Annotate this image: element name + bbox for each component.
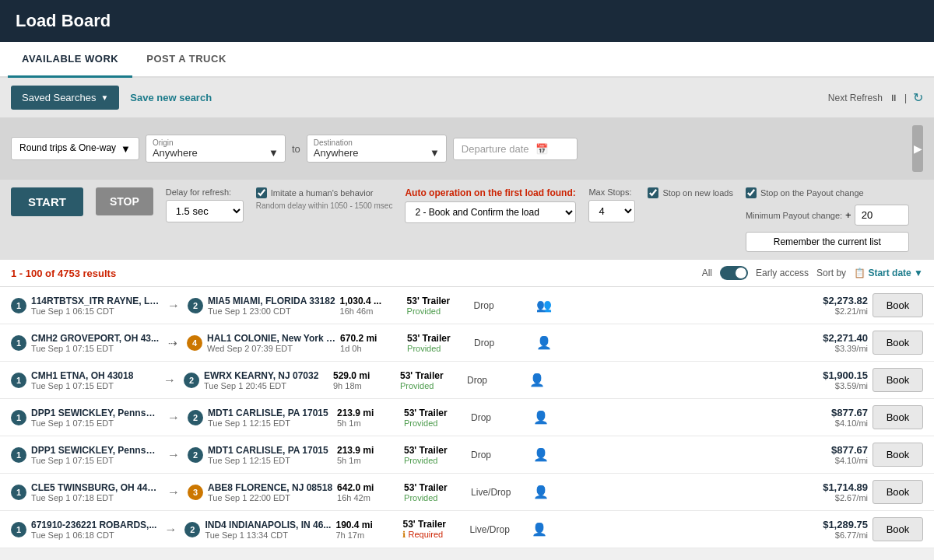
all-label: All bbox=[702, 268, 712, 278]
book-button[interactable]: Book bbox=[873, 293, 923, 317]
book-button[interactable]: Book bbox=[873, 331, 923, 355]
dest-date: Tue Sep 1 22:00 EDT bbox=[208, 493, 332, 502]
miles-value: 642.0 mi bbox=[337, 482, 399, 493]
book-button[interactable]: Book bbox=[873, 368, 923, 392]
early-access-toggle[interactable] bbox=[720, 266, 748, 280]
tab-available-work[interactable]: AVAILABLE WORK bbox=[8, 42, 132, 78]
origin-block: CMH1 ETNA, OH 43018 Tue Sep 1 07:15 EDT bbox=[31, 370, 156, 390]
trailer-type: 53' Trailer bbox=[404, 445, 466, 456]
delay-label: Delay for refresh: bbox=[166, 187, 244, 197]
tab-post-a-truck[interactable]: POST A TRUCK bbox=[132, 42, 241, 78]
stop2-badge: 4 bbox=[187, 335, 202, 351]
price-value: $2,271.40 bbox=[823, 332, 868, 344]
departure-date-field[interactable]: Departure date 📅 bbox=[453, 138, 578, 160]
delay-select[interactable]: 1.5 sec 1.0 sec 2.0 sec bbox=[166, 200, 244, 222]
trip-type-select[interactable]: Round trips & One-way ▼ bbox=[11, 137, 139, 160]
auto-operation-select[interactable]: 2 - Book and Confirm the load 1 - Book t… bbox=[405, 201, 576, 223]
duration-value: 1d 0h bbox=[340, 344, 402, 353]
price-block: $2,271.40 $3.39/mi bbox=[798, 332, 868, 353]
remember-button[interactable]: Remember the current list bbox=[746, 232, 909, 252]
controls-bar: START STOP Delay for refresh: 1.5 sec 1.… bbox=[0, 180, 934, 260]
sort-value[interactable]: 📋 Start date ▼ bbox=[854, 268, 923, 278]
trailer-block: 53' Trailer Provided bbox=[404, 445, 466, 465]
origin-date: Tue Sep 1 07:15 EDT bbox=[31, 418, 160, 428]
trailer-block: 53' Trailer Provided bbox=[407, 296, 469, 316]
save-new-search-link[interactable]: Save new search bbox=[130, 92, 212, 103]
stop1-badge: 1 bbox=[11, 335, 26, 351]
origin-field[interactable]: Origin Anywhere ▼ bbox=[146, 135, 286, 163]
stop-button[interactable]: STOP bbox=[96, 187, 153, 215]
stop-new-loads-checkbox[interactable] bbox=[648, 187, 658, 198]
dest-date: Tue Sep 1 20:45 EDT bbox=[204, 381, 328, 390]
miles-block: 642.0 mi 16h 42m bbox=[337, 482, 399, 502]
stop-payout-checkbox[interactable] bbox=[746, 187, 757, 198]
trailer-type: 53' Trailer bbox=[404, 408, 466, 418]
imitate-checkbox[interactable] bbox=[256, 187, 267, 198]
miles-value: 213.9 mi bbox=[337, 408, 399, 418]
price-value: $877.67 bbox=[831, 444, 868, 456]
team-icon: 👤 bbox=[528, 522, 550, 537]
miles-value: 529.0 mi bbox=[333, 370, 395, 381]
book-button[interactable]: Book bbox=[873, 405, 923, 429]
trailer-status: Provided bbox=[407, 306, 469, 316]
dest-date: Wed Sep 2 07:39 EDT bbox=[207, 344, 335, 353]
destination-arrow-icon: ▼ bbox=[430, 147, 440, 159]
saved-searches-label: Saved Searches bbox=[22, 92, 96, 103]
dest-block: IND4 INDIANAPOLIS, IN 46... Tue Sep 1 13… bbox=[205, 520, 331, 540]
plus-icon: + bbox=[845, 209, 851, 221]
book-button[interactable]: Book bbox=[873, 480, 923, 504]
duration-value: 16h 46m bbox=[340, 306, 402, 316]
stop2-badge: 3 bbox=[188, 485, 203, 500]
dest-block: MDT1 CARLISLE, PA 17015 Tue Sep 1 12:15 … bbox=[208, 408, 332, 428]
dest-name: ABE8 FLORENCE, NJ 08518 bbox=[208, 482, 332, 493]
miles-block: 1,030.4 ... 16h 46m bbox=[340, 296, 402, 316]
trailer-block: 53' Trailer Provided bbox=[400, 370, 462, 390]
price-per-mile: $6.77/mi bbox=[835, 530, 868, 540]
delay-group: Delay for refresh: 1.5 sec 1.0 sec 2.0 s… bbox=[166, 187, 244, 222]
destination-field[interactable]: Destination Anywhere ▼ bbox=[307, 135, 447, 163]
stop1-badge: 1 bbox=[11, 522, 26, 537]
dest-block: MDT1 CARLISLE, PA 17015 Tue Sep 1 12:15 … bbox=[208, 445, 332, 465]
origin-block: CMH2 GROVEPORT, OH 43... Tue Sep 1 07:15… bbox=[31, 333, 159, 353]
origin-date: Tue Sep 1 07:15 EDT bbox=[31, 344, 159, 353]
stop1-badge: 1 bbox=[11, 410, 26, 425]
origin-value: Anywhere bbox=[153, 147, 198, 159]
origin-block: DPP1 SEWICKLEY, Pennsylv... Tue Sep 1 07… bbox=[31, 408, 160, 428]
scroll-handle[interactable]: ▶ bbox=[912, 125, 923, 172]
miles-value: 190.4 mi bbox=[335, 520, 398, 530]
origin-date: Tue Sep 1 07:18 EDT bbox=[31, 493, 160, 502]
duration-value: 7h 17m bbox=[335, 530, 398, 540]
dest-block: MIA5 MIAMI, FLORIDA 33182 Tue Sep 1 23:0… bbox=[208, 296, 335, 316]
price-per-mile: $2.21/mi bbox=[835, 306, 868, 316]
stop-new-loads-label: Stop on new loads bbox=[662, 188, 733, 198]
dest-name: MDT1 CARLISLE, PA 17015 bbox=[208, 408, 332, 418]
trailer-type: 53' Trailer bbox=[404, 482, 466, 493]
book-button[interactable]: Book bbox=[873, 443, 923, 467]
origin-block: 671910-236221 ROBARDS,... Tue Sep 1 06:1… bbox=[31, 520, 156, 540]
saved-searches-button[interactable]: Saved Searches ▼ bbox=[11, 86, 119, 110]
dest-date: Tue Sep 1 12:15 EDT bbox=[208, 418, 332, 428]
departure-placeholder: Departure date bbox=[462, 143, 529, 155]
pause-icon[interactable]: ⏸ bbox=[889, 93, 898, 103]
miles-block: 213.9 mi 5h 1m bbox=[337, 408, 399, 428]
duration-value: 5h 1m bbox=[337, 418, 399, 428]
start-button[interactable]: START bbox=[11, 187, 83, 216]
stop2-badge: 2 bbox=[184, 522, 200, 537]
dest-block: HAL1 COLONIE, New York 1... Wed Sep 2 07… bbox=[207, 333, 335, 353]
book-button[interactable]: Book bbox=[873, 517, 923, 541]
min-payout-input[interactable] bbox=[855, 205, 909, 226]
refresh-icon[interactable]: ↻ bbox=[913, 90, 923, 105]
min-payout-label: Minimum Payout change: bbox=[746, 211, 842, 220]
search-bar: Round trips & One-way ▼ Origin Anywhere … bbox=[0, 117, 934, 180]
divider: | bbox=[904, 93, 907, 103]
team-icon: 👤 bbox=[526, 373, 548, 387]
trailer-status: Provided bbox=[400, 381, 462, 390]
dest-name: MDT1 CARLISLE, PA 17015 bbox=[208, 445, 332, 456]
refresh-area: Next Refresh ⏸ | ↻ bbox=[828, 90, 923, 105]
miles-block: 190.4 mi 7h 17m bbox=[335, 520, 398, 540]
app-header: Load Board bbox=[0, 0, 934, 42]
stop2-badge: 2 bbox=[184, 373, 199, 388]
origin-block: 114RTBTSX_ITR RAYNE, LA ... Tue Sep 1 06… bbox=[31, 296, 160, 316]
max-stops-select[interactable]: 4 1 2 3 bbox=[588, 200, 635, 222]
price-per-mile: $4.10/mi bbox=[835, 418, 868, 428]
